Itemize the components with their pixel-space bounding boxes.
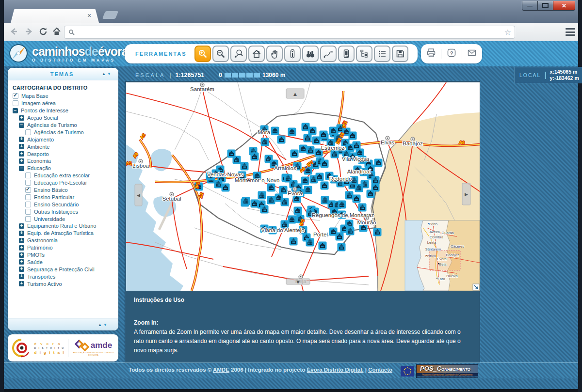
zoom-in-button[interactable] (194, 46, 211, 62)
tree-item-ensino-secund-rio[interactable]: Ensino Secundário (13, 201, 115, 208)
expand-icon[interactable]: + (19, 137, 24, 142)
tree-item-seguran-a-e-protec-o-civil[interactable]: +Segurança e Protecção Civil (13, 266, 115, 273)
poi-marker[interactable] (258, 191, 266, 200)
contact-mail-button[interactable] (467, 47, 477, 60)
amde-logo[interactable]: amde Associação de Municípios do Distrit… (71, 340, 115, 356)
pan-down-button[interactable]: ▼ (286, 279, 310, 284)
tree-item-universidade[interactable]: Universidade (13, 215, 115, 222)
poi-marker[interactable] (288, 216, 296, 224)
map-viewport[interactable]: SantarémLisboaSetúbalMoraEstremozElvasBa… (126, 82, 480, 291)
checked-checkbox-icon[interactable] (13, 93, 18, 99)
expand-icon[interactable]: + (19, 274, 24, 279)
checked-checkbox-icon[interactable] (25, 187, 31, 193)
unchecked-checkbox-icon[interactable] (25, 209, 31, 215)
expand-icon[interactable]: + (19, 231, 24, 236)
new-tab-button[interactable] (102, 11, 118, 19)
tree-item-ac-o-social[interactable]: +Acção Social (13, 114, 115, 122)
contact-link[interactable]: Contacto (368, 367, 392, 373)
poi-marker[interactable] (316, 173, 324, 181)
poi-marker[interactable] (338, 201, 346, 209)
tree-item-alojamento[interactable]: +Alojamento (13, 136, 115, 143)
tree-item-transportes[interactable]: +Transportes (13, 273, 115, 280)
poi-marker[interactable] (271, 127, 279, 135)
zoom-previous-button[interactable] (230, 46, 247, 62)
expand-icon[interactable]: + (19, 245, 24, 251)
tree-item-ambiente[interactable]: +Ambiente (13, 143, 115, 150)
back-icon[interactable] (8, 25, 20, 38)
poi-marker[interactable] (261, 138, 269, 146)
help-button[interactable]: ? (446, 47, 457, 60)
home-icon[interactable] (50, 25, 63, 38)
tree-item-economia[interactable]: +Economia (13, 157, 115, 165)
tree-item-pontos-de-interesse[interactable]: −Pontos de Interesse (13, 107, 115, 114)
identify-button[interactable] (284, 46, 301, 62)
measure-button[interactable] (320, 46, 337, 62)
poi-marker[interactable] (277, 136, 286, 144)
themes-scroll-arrows[interactable]: ▲▼ (102, 72, 118, 76)
bookmark-star-icon[interactable]: ☆ (504, 29, 511, 36)
unchecked-checkbox-icon[interactable] (25, 194, 31, 200)
poi-marker[interactable] (329, 228, 338, 236)
poi-marker[interactable] (331, 150, 339, 158)
window-close-button[interactable]: ✕ (553, 1, 575, 11)
themes-scroll-arrows-bottom[interactable]: ▲▼ (98, 323, 114, 327)
poi-marker[interactable] (242, 197, 250, 205)
tree-item-educa-o-extra-escolar[interactable]: Educação extra escolar (13, 172, 115, 179)
results-list-button[interactable] (374, 46, 390, 62)
tree-item-educa-o[interactable]: −Educação (13, 165, 115, 172)
poi-marker[interactable] (353, 195, 361, 203)
poi-marker[interactable] (346, 227, 355, 235)
collapse-icon[interactable]: − (19, 166, 24, 171)
evora-distrito-digital-logo[interactable]: é v o r a D I S T R I T O d i g i t a l (11, 338, 65, 358)
poi-marker[interactable] (299, 145, 307, 153)
window-maximize-button[interactable] (538, 1, 553, 11)
poi-marker[interactable] (304, 134, 312, 142)
poi-marker[interactable] (294, 207, 302, 215)
tree-item-equip-de-atrac-o-tur-stica[interactable]: +Equip. de Atracção Turística (13, 230, 115, 237)
tree-item-educa-o-pr-escolar[interactable]: Educação Pré-Escolar (13, 179, 115, 187)
poi-marker[interactable] (321, 160, 329, 168)
poi-marker[interactable] (251, 153, 259, 161)
window-minimize-button[interactable]: — (522, 1, 538, 11)
legend-button[interactable] (356, 46, 372, 62)
evora-distrito-digital-link[interactable]: Évora Distrito Digital. (307, 367, 364, 373)
expand-icon[interactable]: + (19, 144, 24, 149)
poi-marker[interactable] (214, 180, 223, 188)
poi-marker[interactable] (306, 238, 314, 247)
tree-item-outras-institui-es[interactable]: Outras Instituições (13, 208, 115, 215)
poi-marker[interactable] (304, 186, 312, 194)
tree-item-turismo-activo[interactable]: +Turismo Activo (13, 280, 115, 287)
tab-close-icon[interactable]: × (85, 12, 93, 20)
expand-icon[interactable]: + (19, 252, 24, 258)
expand-icon[interactable]: + (19, 151, 24, 157)
unchecked-checkbox-icon[interactable] (25, 216, 31, 222)
mobile-map-button[interactable] (338, 46, 355, 62)
site-logo[interactable]: caminhosdeévora O DISTRITO EM MAPAS (8, 42, 128, 64)
expand-icon[interactable]: + (19, 267, 24, 272)
tree-item-ag-ncias-de-turismo[interactable]: −Agências de Turismo (13, 122, 115, 129)
expand-icon[interactable]: + (19, 238, 24, 243)
poi-marker[interactable] (233, 156, 241, 164)
poi-marker[interactable] (267, 184, 275, 192)
poi-marker[interactable] (374, 159, 383, 167)
unchecked-checkbox-icon[interactable] (13, 100, 18, 106)
unchecked-checkbox-icon[interactable] (25, 202, 31, 207)
tree-item-ag-ncias-de-turismo[interactable]: Agências de Turismo (13, 128, 115, 136)
save-button[interactable] (392, 46, 408, 62)
expand-icon[interactable]: + (19, 259, 24, 265)
poi-marker[interactable] (358, 204, 367, 212)
poi-marker[interactable] (279, 186, 288, 194)
reload-icon[interactable] (37, 25, 49, 38)
poi-marker[interactable] (367, 190, 375, 198)
poi-marker[interactable] (241, 162, 249, 171)
expand-icon[interactable]: + (19, 281, 24, 286)
poi-marker[interactable] (260, 205, 269, 214)
tree-item-desporto[interactable]: +Desporto (13, 150, 115, 157)
expand-icon[interactable]: + (19, 223, 24, 229)
poi-marker[interactable] (308, 127, 317, 135)
pan-left-button[interactable]: ◀ (135, 184, 142, 206)
amde-link[interactable]: AMDE (213, 367, 229, 373)
pan-right-button[interactable]: ▶ (462, 183, 470, 205)
tree-item-patrim-nio[interactable]: +Património (13, 244, 115, 251)
tree-item-sa-de[interactable]: +Saúde (13, 258, 115, 266)
